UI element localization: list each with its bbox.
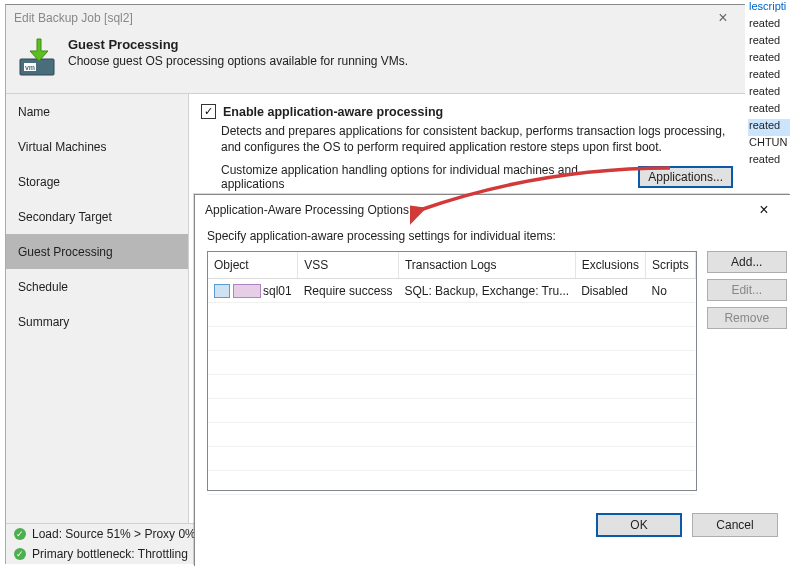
cell-tlogs: SQL: Backup, Exchange: Tru... — [398, 279, 575, 303]
vm-icon — [214, 284, 230, 298]
table-row — [208, 327, 695, 351]
dialog-title: Edit Backup Job [sql2] — [14, 11, 133, 25]
check-icon: ✓ — [14, 548, 26, 560]
nav-item-name[interactable]: Name — [6, 94, 188, 129]
nav-item-storage[interactable]: Storage — [6, 164, 188, 199]
col-tlogs[interactable]: Transaction Logs — [398, 252, 575, 279]
list-item: reated — [748, 51, 790, 68]
list-item: reated — [748, 153, 790, 170]
col-vss[interactable]: VSS — [298, 252, 399, 279]
col-scripts[interactable]: Scripts — [646, 252, 696, 279]
col-object[interactable]: Object — [208, 252, 298, 279]
edit-button[interactable]: Edit... — [707, 279, 787, 301]
table-row — [208, 375, 695, 399]
background-list-fragment: lescripti reated reated reated reated re… — [748, 0, 790, 170]
aap-options-dialog: Application-Aware Processing Options × S… — [194, 194, 790, 566]
nav-item-secondary-target[interactable]: Secondary Target — [6, 199, 188, 234]
list-item: reated — [748, 85, 790, 102]
cancel-button[interactable]: Cancel — [692, 513, 778, 537]
check-icon: ✓ — [14, 528, 26, 540]
table-row — [208, 471, 695, 495]
subdialog-titlebar: Application-Aware Processing Options × — [195, 195, 790, 225]
close-icon[interactable]: × — [705, 9, 741, 27]
ok-button[interactable]: OK — [596, 513, 682, 537]
table-row[interactable]: sql01 Require success SQL: Backup, Excha… — [208, 279, 695, 303]
object-name: sql01 — [263, 284, 292, 298]
list-item: CHTUN — [748, 136, 790, 153]
nav-item-guest-processing[interactable]: Guest Processing — [6, 234, 188, 269]
close-icon[interactable]: × — [746, 201, 782, 219]
status-bottleneck: Primary bottleneck: Throttling — [32, 547, 188, 561]
status-load: Load: Source 51% > Proxy 0% > — [32, 527, 206, 541]
redacted-prefix — [233, 284, 261, 298]
table-row — [208, 351, 695, 375]
subdialog-description: Specify application-aware processing set… — [207, 229, 778, 243]
grid-header-row: Object VSS Transaction Logs Exclusions S… — [208, 252, 695, 279]
cell-exclusions: Disabled — [575, 279, 645, 303]
col-exclusions[interactable]: Exclusions — [575, 252, 645, 279]
add-button[interactable]: Add... — [707, 251, 787, 273]
nav-item-summary[interactable]: Summary — [6, 304, 188, 339]
subdialog-title: Application-Aware Processing Options — [205, 203, 409, 217]
customize-text: Customize application handling options f… — [221, 163, 638, 191]
table-row — [208, 447, 695, 471]
remove-button[interactable]: Remove — [707, 307, 787, 329]
list-item: reated — [748, 34, 790, 51]
page-title: Guest Processing — [68, 37, 408, 52]
dialog-header: vm Guest Processing Choose guest OS proc… — [6, 31, 745, 93]
list-item: reated — [748, 68, 790, 85]
enable-aap-description: Detects and prepares applications for co… — [221, 123, 733, 155]
nav-item-virtual-machines[interactable]: Virtual Machines — [6, 129, 188, 164]
items-grid[interactable]: Object VSS Transaction Logs Exclusions S… — [207, 251, 697, 491]
guest-processing-icon: vm — [16, 37, 58, 79]
table-row — [208, 303, 695, 327]
table-row — [208, 423, 695, 447]
description-link[interactable]: lescripti — [749, 0, 786, 12]
wizard-nav: Name Virtual Machines Storage Secondary … — [6, 94, 189, 525]
nav-item-schedule[interactable]: Schedule — [6, 269, 188, 304]
list-item: reated — [748, 102, 790, 119]
table-row — [208, 399, 695, 423]
list-item: reated — [748, 17, 790, 34]
applications-button[interactable]: Applications... — [638, 166, 733, 188]
list-item: reated — [748, 119, 790, 136]
cell-scripts: No — [646, 279, 696, 303]
page-subtitle: Choose guest OS processing options avail… — [68, 54, 408, 68]
cell-vss: Require success — [298, 279, 399, 303]
enable-aap-label: Enable application-aware processing — [223, 105, 443, 119]
enable-aap-checkbox[interactable]: ✓ — [201, 104, 216, 119]
svg-text:vm: vm — [25, 64, 35, 71]
dialog-titlebar: Edit Backup Job [sql2] × — [6, 5, 745, 31]
